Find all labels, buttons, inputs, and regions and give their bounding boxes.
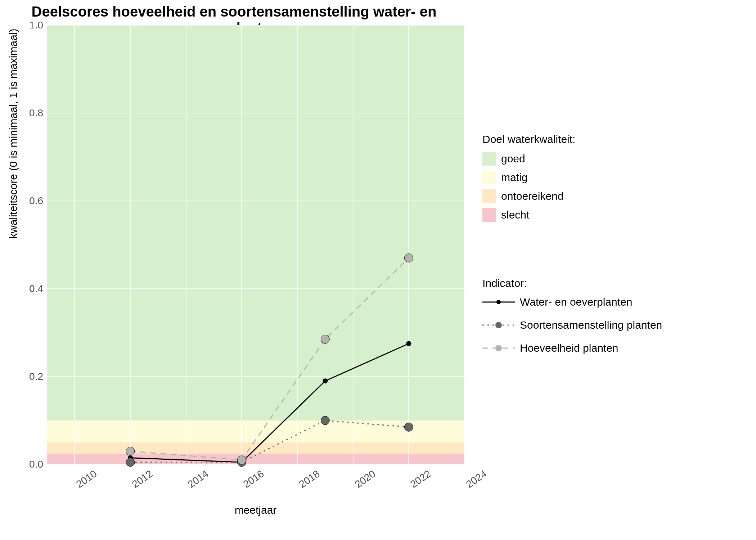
legend-quality-title: Doel waterkwaliteit:: [482, 133, 575, 145]
legend-swatch: [482, 189, 496, 203]
legend-indicator-item: Hoeveelheid planten: [482, 342, 662, 354]
series-line: [130, 420, 409, 462]
y-tick-label: 0.6: [22, 195, 43, 207]
x-tick-label: 2022: [403, 468, 433, 494]
y-axis-label: kwaliteitscore (0 is minimaal, 1 is maxi…: [7, 29, 19, 239]
legend-quality-item: matig: [482, 171, 575, 184]
series-point: [406, 341, 411, 346]
y-tick-label: 0.4: [22, 283, 43, 294]
x-axis-label: meetjaar: [47, 504, 464, 516]
y-tick-label: 0.8: [22, 107, 43, 119]
x-tick-label: 2024: [459, 468, 489, 494]
series-line: [130, 258, 409, 460]
svg-point-1: [496, 300, 501, 304]
legend-line-sample: [482, 297, 515, 307]
chart-container: Deelscores hoeveelheid en soortensamenst…: [0, 0, 756, 540]
y-tick-label: 0.0: [22, 459, 43, 470]
series-point: [404, 423, 413, 431]
legend-quality-label: ontoereikend: [501, 190, 563, 202]
legend-indicator: Indicator: Water- en oeverplantenSoorten…: [482, 277, 662, 365]
legend-swatch: [482, 171, 496, 184]
svg-point-5: [495, 345, 502, 351]
legend-indicator-title: Indicator:: [482, 277, 662, 289]
legend-swatch: [482, 152, 496, 166]
legend-quality-item: goed: [482, 152, 575, 166]
legend-quality-item: ontoereikend: [482, 189, 575, 203]
plot-area: [47, 25, 464, 464]
legend-indicator-label: Hoeveelheid planten: [520, 342, 618, 354]
x-tick-label: 2018: [292, 468, 322, 494]
legend-indicator-item: Soortensamenstelling planten: [482, 319, 662, 331]
legend-indicator-label: Water- en oeverplanten: [520, 296, 632, 308]
legend-quality-items: goedmatigontoereikendslecht: [482, 152, 575, 222]
legend-indicator-label: Soortensamenstelling planten: [520, 319, 662, 331]
x-tick-label: 2010: [69, 468, 99, 494]
series-line: [130, 344, 409, 462]
x-tick-label: 2014: [180, 468, 211, 494]
series-point: [126, 447, 135, 455]
x-tick-label: 2020: [347, 468, 378, 494]
y-tick-label: 0.2: [22, 371, 43, 382]
legend-quality-item: slecht: [482, 208, 575, 222]
legend-line-sample: [482, 343, 515, 354]
plot-svg: [47, 25, 464, 464]
series-point: [237, 456, 246, 464]
legend-quality-label: goed: [501, 153, 525, 165]
series-point: [404, 254, 413, 262]
legend-swatch: [482, 208, 496, 222]
legend-quality: Doel waterkwaliteit: goedmatigontoereike…: [482, 133, 575, 227]
series-point: [321, 335, 329, 343]
legend-quality-label: matig: [501, 171, 527, 184]
svg-point-3: [495, 322, 502, 328]
series-point: [321, 416, 329, 425]
legend-line-sample: [482, 320, 515, 330]
legend-quality-label: slecht: [501, 209, 529, 221]
y-tick-label: 1.0: [22, 19, 43, 31]
series-point: [323, 378, 328, 383]
series-point: [126, 458, 135, 467]
legend-indicator-items: Water- en oeverplantenSoortensamenstelli…: [482, 296, 662, 354]
legend-indicator-item: Water- en oeverplanten: [482, 296, 662, 308]
x-tick-label: 2016: [236, 468, 266, 494]
x-tick-label: 2012: [125, 468, 155, 494]
